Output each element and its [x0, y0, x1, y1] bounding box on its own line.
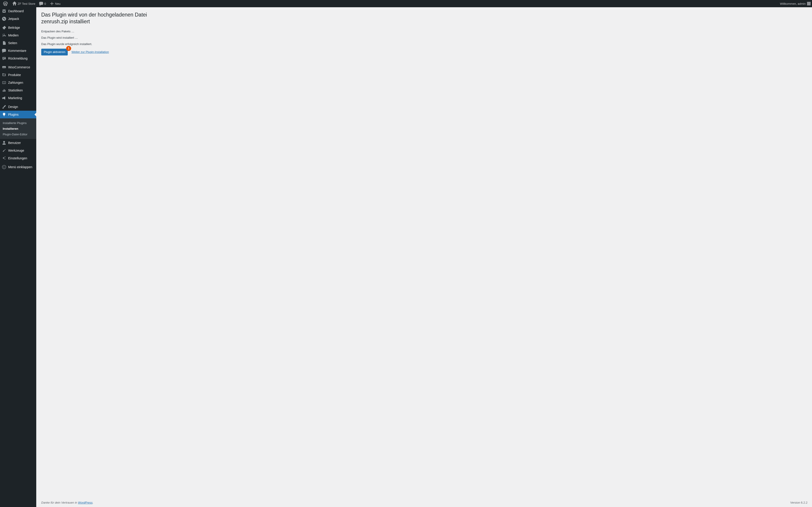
sidebar-item-pages[interactable]: Seiten [0, 39, 36, 47]
sidebar-item-label: Beiträge [8, 26, 20, 30]
woocommerce-icon: woo [2, 65, 6, 69]
comments-icon [2, 48, 6, 53]
submenu-install[interactable]: Installieren [0, 126, 36, 131]
dashboard-icon [2, 9, 6, 13]
main-content: Das Plugin wird von der hochgeladenen Da… [36, 7, 812, 507]
sidebar-item-comments[interactable]: Kommentare [0, 47, 36, 55]
sidebar-item-tools[interactable]: Werkzeuge [0, 147, 36, 154]
new-content-menu[interactable]: Neu [48, 0, 62, 7]
action-row: 1 Plugin aktivieren Weiter zur Plugin-In… [41, 49, 807, 55]
footer-thanks-suffix: . [92, 501, 93, 504]
pin-icon [2, 25, 6, 30]
footer-thanks-prefix: Danke für dein Vertrauen in [41, 501, 78, 504]
wordpress-logo-menu[interactable] [1, 0, 10, 7]
install-message-unpacking: Entpacken des Pakets … [41, 30, 807, 33]
install-message-success: Das Plugin wurde erfolgreich installiert… [41, 42, 807, 46]
comment-icon [39, 1, 44, 6]
chart-icon [2, 88, 6, 93]
svg-point-0 [2, 17, 6, 21]
sidebar-item-feedback[interactable]: Rückmeldung [0, 55, 36, 62]
sidebar-item-plugins[interactable]: Plugins [0, 111, 36, 118]
sidebar-item-label: Medien [8, 34, 18, 37]
sidebar-item-posts[interactable]: Beiträge [0, 24, 36, 32]
sidebar-item-label: Statistiken [8, 89, 23, 92]
page-icon [2, 41, 6, 45]
sidebar-item-design[interactable]: Design [0, 103, 36, 111]
wordpress-icon [3, 1, 8, 6]
sidebar-item-label: Produkte [8, 73, 21, 77]
user-menu[interactable]: Willkommen, admin [778, 0, 812, 7]
sidebar-item-label: Kommentare [8, 49, 26, 53]
comments-count: 0 [44, 2, 46, 5]
install-message-installing: Das Plugin wird installiert … [41, 36, 807, 39]
sidebar-item-label: Seiten [8, 41, 17, 45]
user-icon [2, 140, 6, 145]
sidebar-item-users[interactable]: Benutzer [0, 139, 36, 147]
sidebar-item-label: Marketing [8, 96, 22, 100]
admin-bar-left: ZF Test Store 0 Neu [1, 0, 62, 7]
step-badge: 1 [66, 46, 71, 51]
sidebar-item-statistics[interactable]: Statistiken [0, 87, 36, 94]
page-title: Das Plugin wird von der hochgeladenen Da… [41, 9, 175, 26]
sidebar-item-products[interactable]: Produkte [0, 71, 36, 79]
sidebar-item-label: Einstellungen [8, 156, 27, 160]
footer-thanks: Danke für dein Vertrauen in WordPress. [41, 501, 93, 504]
sidebar-item-label: Benutzer [8, 141, 21, 145]
welcome-text: Willkommen, admin [780, 2, 806, 5]
admin-bar-right: Willkommen, admin [778, 0, 812, 7]
footer-version: Version 6.2.2 [790, 501, 807, 504]
home-icon [12, 1, 17, 6]
install-messages: Entpacken des Pakets … Das Plugin wird i… [41, 30, 807, 46]
sidebar-item-label: Zahlungen [8, 81, 23, 84]
comments-menu[interactable]: 0 [37, 0, 48, 7]
footer: Danke für dein Vertrauen in WordPress. V… [41, 498, 807, 507]
avatar [807, 2, 811, 5]
continue-install-link[interactable]: Weiter zur Plugin-Installation [71, 50, 109, 54]
settings-icon [2, 156, 6, 161]
feedback-icon [2, 56, 6, 61]
sidebar-item-media[interactable]: Medien [0, 32, 36, 39]
media-icon [2, 33, 6, 38]
products-icon [2, 73, 6, 77]
new-label: Neu [55, 2, 60, 5]
sidebar-item-payments[interactable]: $ Zahlungen [0, 79, 36, 87]
wordpress-link[interactable]: WordPress [78, 501, 92, 504]
sidebar-item-label: Werkzeuge [8, 149, 24, 152]
sidebar-item-dashboard[interactable]: Dashboard [0, 7, 36, 15]
collapse-menu[interactable]: Menü einklappen [0, 163, 36, 171]
sidebar-item-label: Rückmeldung [8, 57, 28, 60]
plugins-submenu: Installierte Plugins Installieren Plugin… [0, 118, 36, 139]
sidebar-item-settings[interactable]: Einstellungen [0, 154, 36, 162]
svg-text:woo: woo [2, 66, 5, 68]
plus-icon [50, 1, 54, 6]
collapse-icon [2, 165, 6, 169]
site-name-menu[interactable]: ZF Test Store [10, 0, 37, 7]
brush-icon [2, 105, 6, 109]
svg-text:$: $ [4, 82, 5, 84]
megaphone-icon [2, 96, 6, 100]
sidebar-item-label: Plugins [8, 113, 18, 116]
sidebar-item-label: Design [8, 105, 18, 109]
submenu-installed-plugins[interactable]: Installierte Plugins [0, 120, 36, 126]
admin-bar: ZF Test Store 0 Neu Willkommen, admin [0, 0, 812, 7]
payments-icon: $ [2, 80, 6, 85]
sidebar-item-label: Dashboard [8, 9, 24, 13]
sidebar-item-jetpack[interactable]: Jetpack [0, 15, 36, 23]
sidebar-item-marketing[interactable]: Marketing [0, 94, 36, 102]
svg-point-5 [2, 165, 6, 169]
wrench-icon [2, 148, 6, 153]
site-name-label: ZF Test Store [18, 2, 35, 5]
sidebar-item-label: WooCommerce [8, 65, 30, 69]
activate-plugin-button[interactable]: Plugin aktivieren [41, 49, 68, 55]
admin-sidebar: Dashboard Jetpack Beiträge Medien Seiten… [0, 7, 36, 507]
collapse-label: Menü einklappen [8, 165, 33, 169]
submenu-plugin-editor[interactable]: Plugin-Datei-Editor [0, 131, 36, 137]
sidebar-item-woocommerce[interactable]: woo WooCommerce [0, 63, 36, 71]
plugin-icon [2, 112, 6, 117]
sidebar-item-label: Jetpack [8, 17, 19, 20]
jetpack-icon [2, 16, 6, 21]
